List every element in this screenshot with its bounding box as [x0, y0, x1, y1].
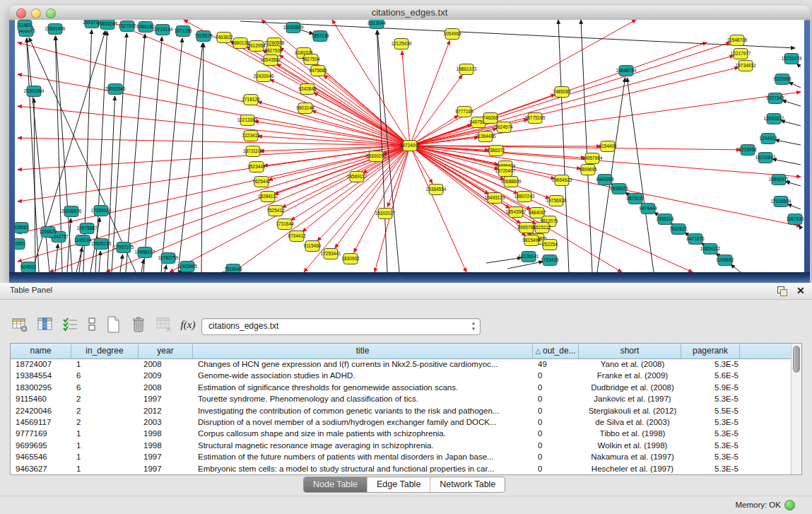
graph-node[interactable]: 10958107: [135, 247, 155, 258]
graph-node[interactable]: 7857238: [311, 31, 329, 42]
graph-node[interactable]: 8313044: [367, 20, 386, 29]
graph-node[interactable]: 17253441: [321, 249, 341, 259]
graph-node[interactable]: 16648784: [616, 66, 637, 76]
graph-node[interactable]: 9815494: [522, 235, 541, 246]
graph-node[interactable]: 16210643: [755, 153, 776, 163]
table-cell[interactable]: 5.5E-5: [681, 405, 740, 416]
table-cell[interactable]: 19384554: [11, 370, 71, 381]
graph-node[interactable]: 1527002: [118, 21, 136, 32]
column-header-name[interactable]: name: [11, 344, 71, 358]
graph-node[interactable]: 9777169: [455, 107, 473, 117]
table-cell[interactable]: 6: [71, 382, 139, 393]
table-cell[interactable]: 5.3E-5: [681, 428, 740, 439]
table-cell[interactable]: 0: [533, 463, 579, 474]
table-cell[interactable]: 0: [533, 393, 579, 404]
table-cell[interactable]: 0: [533, 382, 579, 393]
column-header-out_de[interactable]: △out_de...: [533, 344, 579, 358]
table-cell[interactable]: 0: [533, 405, 579, 416]
table-cell[interactable]: Hescheler et al. (1997): [579, 463, 681, 474]
table-row[interactable]: 946554611997Estimation of the future num…: [11, 451, 792, 462]
graph-node[interactable]: 10653287: [98, 20, 118, 30]
graph-node[interactable]: 10688609: [501, 177, 522, 187]
table-cell[interactable]: 5.6E-5: [681, 370, 740, 381]
graph-node[interactable]: 18731102: [243, 146, 264, 157]
function-builder-icon[interactable]: f(x): [178, 315, 198, 334]
table-cell[interactable]: 1: [71, 451, 139, 462]
graph-node[interactable]: 9827504: [302, 54, 320, 65]
graph-node[interactable]: 17016504: [771, 197, 792, 207]
table-cell[interactable]: 49: [533, 358, 579, 370]
graph-node[interactable]: 20206576: [61, 206, 82, 217]
table-cell[interactable]: 5.3E-5: [681, 440, 740, 451]
table-cell[interactable]: 6: [71, 370, 139, 381]
table-cell[interactable]: 5.3E-5: [681, 463, 740, 474]
graph-node[interactable]: 9474444: [639, 204, 657, 214]
graph-node[interactable]: 12093832: [764, 114, 784, 124]
node-table-tab[interactable]: Node Table: [304, 477, 367, 492]
table-cell[interactable]: 2003: [139, 416, 193, 428]
column-header-short[interactable]: short: [579, 344, 681, 358]
graph-node[interactable]: 1167533: [787, 214, 804, 225]
float-panel-button[interactable]: [777, 286, 787, 296]
graph-node[interactable]: 1830902: [341, 254, 360, 264]
table-cell[interactable]: 1997: [139, 393, 193, 404]
table-cell[interactable]: 2012: [139, 405, 193, 416]
table-cell[interactable]: 9463627: [11, 463, 71, 474]
table-row[interactable]: 1938455462009Genome-wide association stu…: [11, 370, 792, 381]
table-cell[interactable]: 2: [71, 405, 139, 416]
graph-node[interactable]: 2935114: [657, 214, 674, 225]
vertical-scrollbar[interactable]: [791, 344, 801, 474]
table-cell[interactable]: 14569117: [11, 416, 71, 428]
graph-node[interactable]: 1054963: [443, 29, 461, 40]
table-cell[interactable]: Changes of HCN gene expression and I(f) …: [193, 358, 533, 370]
table-cell[interactable]: Embryonic stem cells: a model to study s…: [193, 463, 533, 474]
table-cell[interactable]: Structural magnetic resonance image aver…: [193, 440, 533, 451]
graph-node[interactable]: 12217977: [731, 49, 751, 59]
table-cell[interactable]: 1997: [139, 451, 193, 462]
graph-node[interactable]: 3624574: [495, 122, 513, 133]
graph-node[interactable]: 20053346: [105, 84, 126, 95]
graph-node[interactable]: 5912954: [247, 41, 266, 52]
graph-node[interactable]: 10719134: [153, 25, 173, 35]
graph-node[interactable]: 7525412: [266, 206, 285, 216]
table-cell[interactable]: Yano et al. (2008): [579, 358, 681, 370]
table-cell[interactable]: de Silva et al. (2003): [579, 416, 681, 428]
table-cell[interactable]: Genome-wide association studies in ADHD.: [193, 370, 533, 381]
table-cell[interactable]: Tourette syndrome. Phenomenology and cla…: [193, 393, 533, 404]
graph-node[interactable]: 9523441: [247, 162, 266, 173]
table-cell[interactable]: Estimation of significance thresholds fo…: [193, 382, 533, 393]
table-row[interactable]: 946362711997Embryonic stem cells: a mode…: [11, 463, 792, 474]
graph-node[interactable]: 1145194: [74, 235, 92, 246]
graph-node[interactable]: 11923465: [177, 262, 198, 272]
graph-node[interactable]: 7223415: [242, 131, 260, 141]
table-cell[interactable]: 1997: [139, 463, 193, 474]
column-header-year[interactable]: year: [139, 344, 193, 358]
graph-node[interactable]: 9475685: [309, 66, 327, 76]
graph-node[interactable]: 1733426: [541, 255, 559, 266]
table-row[interactable]: 977716911998Corpus callosum shape and si…: [11, 428, 792, 439]
table-cell[interactable]: 5.3E-5: [681, 416, 740, 428]
table-cell[interactable]: 5.3E-5: [681, 358, 740, 370]
delete-table-icon[interactable]: [129, 315, 148, 334]
graph-node[interactable]: 9115460: [304, 241, 322, 252]
graph-node[interactable]: 1615112: [534, 223, 551, 233]
table-cell[interactable]: Investigating the contribution of common…: [193, 405, 533, 416]
column-header-title[interactable]: title: [193, 344, 533, 358]
graph-node[interactable]: 19654923: [552, 175, 572, 186]
graph-node[interactable]: 12125439: [392, 39, 412, 49]
table-settings-icon[interactable]: [10, 315, 30, 334]
graph-node[interactable]: 7485083: [553, 87, 571, 98]
graph-node[interactable]: 150051: [15, 239, 25, 250]
table-cell[interactable]: 2: [71, 416, 139, 428]
table-cell[interactable]: Estimation of the future numbers of pati…: [193, 451, 533, 462]
graph-node[interactable]: 435081: [15, 223, 29, 233]
table-row[interactable]: 1830029562008Estimation of significance …: [11, 382, 792, 393]
table-cell[interactable]: 9115460: [11, 393, 71, 404]
graph-node[interactable]: 16284112: [258, 192, 278, 202]
table-cell[interactable]: 5.9E-5: [681, 382, 740, 393]
table-cell[interactable]: 0: [533, 451, 579, 462]
table-cell[interactable]: 9777169: [11, 428, 71, 439]
column-header-in_degree[interactable]: in_degree: [71, 344, 139, 358]
close-panel-button[interactable]: ✕: [796, 284, 805, 297]
graph-node[interactable]: 14136141: [519, 252, 539, 262]
